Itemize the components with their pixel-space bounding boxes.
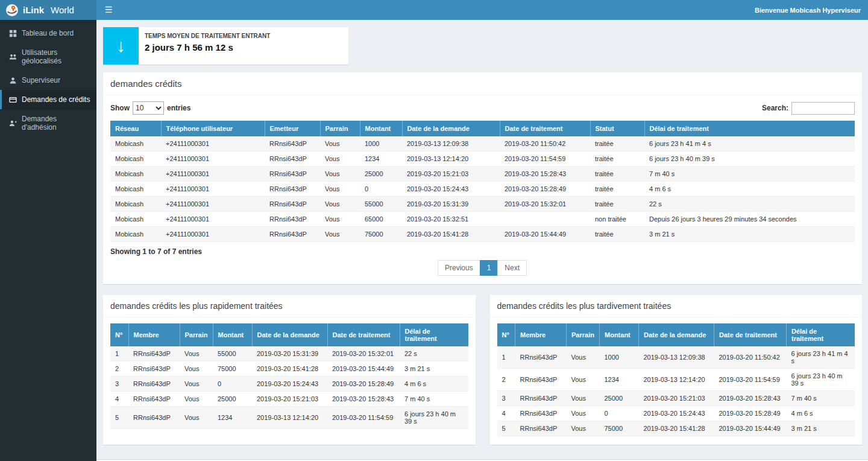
table-cell: Vous (320, 197, 360, 212)
table-cell: 25000 (213, 392, 252, 407)
sidebar-item-superviseur[interactable]: Superviseur (0, 71, 96, 90)
column-header[interactable]: N° (497, 323, 515, 346)
column-header[interactable]: Statut (590, 121, 644, 136)
column-header[interactable]: N° (110, 323, 128, 346)
table-cell: 0 (360, 182, 402, 197)
table-cell: 7 m 40 s (644, 167, 855, 182)
credit-requests-panel: demandes crédits Show 10 entries Search:… (103, 72, 862, 284)
user-plus-icon (9, 119, 17, 127)
table-cell: Vous (320, 227, 360, 242)
table-cell: 2019-03-20 15:32:51 (402, 212, 500, 227)
pagination: Previous 1 Next (110, 260, 855, 276)
column-header[interactable]: Membre (515, 323, 567, 346)
column-header[interactable]: Parrain (567, 323, 600, 346)
table-cell: Vous (320, 167, 360, 182)
table-cell: Vous (567, 406, 600, 421)
table-cell: RRnsi643dP (265, 167, 320, 182)
table-cell: RRnsi643dP (265, 227, 320, 242)
table-cell: 2019-03-20 15:32:01 (500, 197, 590, 212)
column-header[interactable]: Date de la demande (402, 121, 500, 136)
table-cell: 6 jours 23 h 40 m 39 s (400, 407, 468, 429)
panel-body: N°MembreParrainMontantDate de la demande… (490, 317, 863, 445)
infobox-content: TEMPS MOYEN DE TRAITEMENT ENTRANT 2 jour… (139, 27, 276, 65)
column-header[interactable]: Emetteur (265, 121, 320, 136)
column-header[interactable]: Délai de traitement (787, 323, 855, 346)
table-cell: 55000 (360, 197, 402, 212)
table-cell: Vous (180, 407, 213, 429)
sidebar-item-label: Tableau de bord (22, 29, 74, 37)
column-header[interactable]: Date de traitement (714, 323, 787, 346)
table-cell: non traitée (590, 212, 644, 227)
sidebar-item-tableau-de-bord[interactable]: Tableau de bord (0, 24, 96, 43)
column-header[interactable]: Parrain (320, 121, 360, 136)
table-cell: RRnsi643dP (515, 391, 567, 406)
column-header[interactable]: Délai de traitement (400, 323, 468, 346)
column-header[interactable]: Téléphone utilisateur (161, 121, 265, 136)
table-cell: RRnsi643dP (515, 369, 567, 391)
table-cell: 55000 (213, 346, 252, 361)
trend-down-arrow-icon: ↓ (103, 27, 139, 65)
fastest-requests-panel: demandes crédits les plus rapidement tra… (103, 295, 476, 445)
pagination-next-button[interactable]: Next (497, 260, 527, 276)
table-cell: 2019-03-20 11:54:59 (327, 407, 400, 429)
table-cell: 2019-03-20 15:28:49 (714, 406, 787, 421)
column-header[interactable]: Date de la demande (639, 323, 714, 346)
table-cell: 3 (110, 377, 128, 392)
sidebar-item-label: Utilisateurs géolocalisés (22, 48, 92, 65)
sidebar-item-demandes-adhesion[interactable]: Demandes d'adhésion (0, 109, 96, 137)
sidebar-toggle-icon[interactable]: ☰ (96, 0, 121, 20)
table-cell: 3 m 21 s (400, 361, 468, 377)
column-header[interactable]: Membre (128, 323, 180, 346)
panel-body: Show 10 entries Search: RéseauTéléphone … (103, 95, 862, 284)
column-header[interactable]: Date de la demande (252, 323, 327, 346)
table-cell: 2019-03-20 11:54:59 (500, 151, 590, 167)
table-cell: 2019-03-20 15:28:49 (500, 182, 590, 197)
app-brand[interactable]: iLinkWorld (0, 0, 96, 20)
table-cell: 25000 (600, 391, 639, 406)
table-cell: 22 s (644, 197, 855, 212)
column-header[interactable]: Montant (213, 323, 252, 346)
table-cell: Vous (320, 212, 360, 227)
table-cell: Vous (180, 361, 213, 377)
table-cell: Depuis 26 jours 3 heures 29 minutes 34 s… (644, 212, 855, 227)
table-cell: 2 (497, 369, 515, 391)
page-length-select[interactable]: 10 (133, 101, 164, 115)
column-header[interactable]: Réseau (110, 121, 161, 136)
pagination-page-1-button[interactable]: 1 (480, 260, 498, 276)
datatable-controls: Show 10 entries Search: (110, 101, 855, 115)
users-icon (9, 53, 17, 61)
sidebar-item-demandes-de-credits[interactable]: Demandes de crédits (0, 90, 96, 109)
column-header[interactable]: Montant (360, 121, 402, 136)
table-cell: RRnsi643dP (265, 182, 320, 197)
table-cell: traitée (590, 227, 644, 242)
table-cell: 4 (110, 392, 128, 407)
column-header[interactable]: Date de traitement (327, 323, 400, 346)
table-header-row: N°MembreParrainMontantDate de la demande… (110, 323, 468, 346)
column-header[interactable]: Montant (600, 323, 639, 346)
table-cell: 2019-03-20 15:21:03 (402, 167, 500, 182)
column-header[interactable]: Délai de traitement (644, 121, 855, 136)
table-cell: 2019-03-20 15:41:28 (252, 361, 327, 377)
search-input[interactable] (791, 102, 855, 115)
table-row: Mobicash+24111000301RRnsi643dPVous550002… (110, 197, 855, 212)
table-cell: 2019-03-13 12:14:20 (639, 369, 714, 391)
table-cell: 4 m 6 s (400, 377, 468, 392)
panel-body: N°MembreParrainMontantDate de la demande… (103, 317, 476, 437)
table-cell: +24111000301 (161, 227, 265, 242)
table-cell: 2019-03-20 15:41:28 (402, 227, 500, 242)
column-header[interactable]: Date de traitement (500, 121, 590, 136)
welcome-user-label[interactable]: Bienvenue Mobicash Hyperviseur (755, 7, 868, 14)
table-cell: 3 m 21 s (787, 421, 855, 436)
table-cell: 1234 (600, 369, 639, 391)
slowest-requests-panel: demandes crédits les plus tardivement tr… (490, 295, 863, 445)
top-navbar: iLinkWorld ☰ Bienvenue Mobicash Hypervis… (0, 0, 868, 20)
avg-processing-time-infobox: ↓ TEMPS MOYEN DE TRAITEMENT ENTRANT 2 jo… (103, 27, 348, 65)
table-cell: +24111000301 (161, 197, 265, 212)
table-row: 1RRnsi643dPVous10002019-03-13 12:09:3820… (497, 346, 855, 369)
sidebar-item-utilisateurs-geolocalises[interactable]: Utilisateurs géolocalisés (0, 43, 96, 71)
show-label: Show (110, 104, 130, 112)
pagination-previous-button[interactable]: Previous (438, 260, 480, 276)
column-header[interactable]: Parrain (180, 323, 213, 346)
infobox-value: 2 jours 7 h 56 m 12 s (145, 42, 270, 52)
table-cell: +24111000301 (161, 182, 265, 197)
